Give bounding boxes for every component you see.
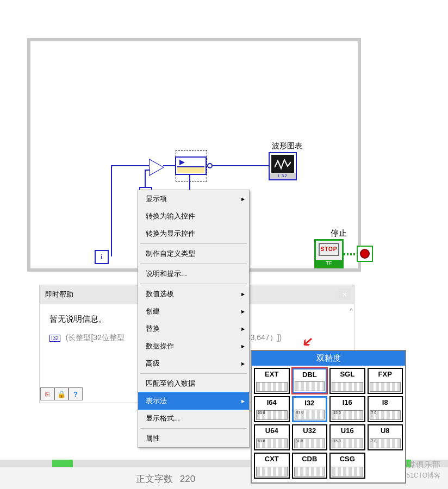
palette-cell-i16[interactable]: I1615 0 [329, 396, 365, 422]
ctx-separator [140, 284, 247, 284]
palette-cell-cdb[interactable]: CDB [292, 453, 328, 479]
palette-cell-sub: 15 0 [332, 410, 363, 420]
add-node [150, 160, 163, 175]
chart-type-badge: I 32 [270, 173, 296, 179]
ctx-item[interactable]: 高级 [138, 355, 249, 372]
palette-cell-sub [332, 382, 363, 392]
wordcount-value: 220 [180, 474, 195, 484]
palette-cell-sub: 15 0 [332, 438, 363, 448]
palette-cell-ext[interactable]: EXT [254, 368, 290, 394]
ctx-item[interactable]: 转换为输入控件 [138, 208, 249, 225]
loop-stop-terminal[interactable] [357, 246, 373, 262]
palette-cell-u64[interactable]: U6463 0 [254, 424, 290, 450]
ctx-item[interactable]: 属性 [138, 430, 249, 447]
wire[interactable] [111, 165, 112, 256]
help-toolbar: ⎘ 🔒 ? [40, 387, 83, 400]
palette-cell-sub: 63 0 [256, 438, 288, 448]
wire[interactable] [213, 165, 269, 166]
palette-grid: EXTDBLSGLFXPI6463 0I3231 0I1615 0I87 0U6… [252, 366, 405, 481]
palette-cell-cxt[interactable]: CXT [254, 453, 290, 479]
palette-cell-i32[interactable]: I3231 0 [292, 396, 328, 422]
palette-cell-sub: 63 0 [256, 410, 288, 420]
lock-icon[interactable]: 🔒 [54, 387, 69, 400]
palette-cell-sub [294, 467, 326, 477]
palette-cell-u32[interactable]: U3231 0 [292, 424, 328, 450]
i32-type-icon: I32 [49, 335, 60, 342]
palette-cell-sub: 7 0 [370, 438, 401, 448]
ctx-item[interactable]: 数据操作 [138, 337, 249, 355]
wire[interactable] [145, 170, 150, 171]
ctx-item[interactable]: 创建 [138, 303, 249, 320]
palette-cell-i8[interactable]: I87 0 [368, 396, 403, 422]
ctx-item[interactable]: 说明和提示... [138, 265, 249, 283]
iteration-terminal[interactable]: i [95, 250, 109, 264]
wire[interactable] [163, 165, 175, 166]
ctx-item[interactable]: 数值选板 [138, 285, 249, 303]
wire[interactable] [111, 165, 149, 166]
palette-cell-sub: 7 0 [370, 410, 401, 420]
selection-marquee [176, 150, 207, 181]
stop-label: 停止 [331, 228, 347, 239]
ctx-separator [140, 243, 247, 244]
stop-button-face: STOP [319, 243, 339, 256]
chart-icon [271, 155, 294, 173]
tunnel-dot [207, 163, 213, 168]
palette-cell-sub [256, 382, 288, 392]
ctx-item[interactable]: 转换为显示控件 [138, 225, 249, 242]
scroll-up-icon[interactable]: ^ [350, 307, 353, 315]
ctx-separator [140, 373, 247, 374]
wire-boolean[interactable] [344, 253, 357, 255]
palette-title: 双精度 [252, 351, 405, 366]
ctx-item[interactable]: 匹配至输入数据 [138, 375, 249, 392]
waveform-chart-terminal[interactable]: I 32 [269, 152, 297, 180]
tool-btn-1[interactable]: ⎘ [40, 387, 54, 400]
palette-cell-fxp[interactable]: FXP [368, 368, 403, 394]
stop-tf-badge: TF [316, 260, 342, 267]
palette-cell-csg[interactable]: CSG [329, 453, 365, 479]
palette-cell-u16[interactable]: U1615 0 [329, 424, 365, 450]
representation-palette: 双精度 EXTDBLSGLFXPI6463 0I3231 0I1615 0I87… [251, 350, 406, 484]
palette-cell-u8[interactable]: U87 0 [368, 424, 403, 450]
palette-cell-sub [332, 467, 363, 477]
stop-button-terminal[interactable]: STOP TF [314, 239, 344, 268]
context-menu: 显示项转换为输入控件转换为显示控件制作自定义类型说明和提示...数值选板创建替换… [138, 190, 250, 448]
ctx-item[interactable]: 显示项 [138, 190, 249, 208]
palette-cell-sub: 31 0 [294, 438, 326, 448]
palette-cell-sgl[interactable]: SGL [329, 368, 365, 394]
green-block [52, 460, 73, 467]
ctx-item[interactable]: 替换 [138, 320, 249, 337]
palette-cell-sub [370, 382, 401, 392]
help-title: 即时帮助 [45, 290, 73, 298]
palette-cell-i64[interactable]: I6463 0 [254, 396, 290, 422]
wordcount-label: 正文字数 [136, 474, 173, 484]
help-icon[interactable]: ? [69, 387, 83, 400]
palette-cell-dbl[interactable]: DBL [292, 368, 328, 394]
ctx-separator [140, 264, 247, 264]
ctx-item[interactable]: 显示格式... [138, 410, 249, 427]
palette-cell-sub [256, 467, 288, 477]
ctx-separator [140, 428, 247, 429]
ctx-item[interactable]: 制作自定义类型 [138, 245, 249, 262]
palette-cell-sub [295, 381, 325, 391]
ctx-item[interactable]: 表示法 [138, 392, 249, 410]
palette-cell-sub: 31 0 [295, 410, 325, 419]
chart-label: 波形图表 [272, 141, 302, 151]
help-close-button[interactable]: × [339, 289, 351, 300]
